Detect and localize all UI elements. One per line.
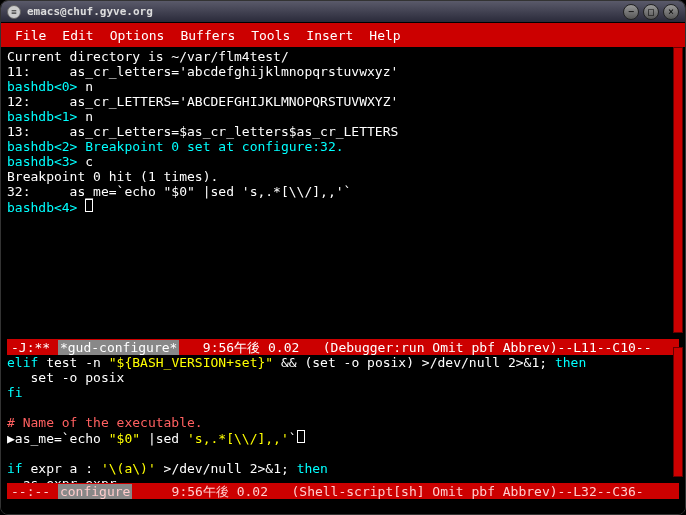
menu-buffers[interactable]: Buffers	[174, 26, 241, 45]
code-line: if expr a : '\(a\)' >/dev/null 2>&1; the…	[7, 461, 679, 476]
source-pane[interactable]: elif test -n "${BASH_VERSION+set}" && (s…	[7, 355, 679, 483]
code-line: 12: as_cr_LETTERS='ABCDEFGHIJKLMNOPQRSTU…	[7, 94, 679, 109]
code-line: as_expr=expr	[7, 476, 679, 483]
menu-insert[interactable]: Insert	[300, 26, 359, 45]
cursor	[85, 199, 93, 212]
prompt-line: bashdb<3> c	[7, 154, 679, 169]
titlebar[interactable]: ≡ emacs@chuf.gyve.org − □ ×	[1, 1, 685, 23]
scrollbar[interactable]	[673, 47, 683, 512]
code-line: ▶as_me=`echo "$0" |sed 's,.*[\\/],,'`	[7, 430, 679, 446]
menu-edit[interactable]: Edit	[56, 26, 99, 45]
prompt-line: bashdb<1> n	[7, 109, 679, 124]
code-line	[7, 446, 679, 461]
comment-line: # Name of the executable.	[7, 415, 679, 430]
code-line: set -o posix	[7, 370, 679, 385]
cursor	[297, 430, 305, 443]
close-button[interactable]: ×	[663, 4, 679, 20]
debugger-pane[interactable]: Current directory is ~/var/flm4test/ 11:…	[7, 49, 679, 339]
code-line: Breakpoint 0 hit (1 times).	[7, 169, 679, 184]
modeline-source[interactable]: --:-- configure 9:56午後 0.02 (Shell-scrip…	[7, 483, 679, 499]
minimize-button[interactable]: −	[623, 4, 639, 20]
code-line: fi	[7, 385, 679, 400]
prompt-line: bashdb<4>	[7, 199, 679, 215]
menu-file[interactable]: File	[9, 26, 52, 45]
current-line-icon: ▶	[7, 431, 15, 446]
menu-tools[interactable]: Tools	[245, 26, 296, 45]
code-line: 13: as_cr_Letters=$as_cr_letters$as_cr_L…	[7, 124, 679, 139]
prompt-line: bashdb<0> n	[7, 79, 679, 94]
modeline-debugger[interactable]: -J:** *gud-configure* 9:56午後 0.02 (Debug…	[7, 339, 679, 355]
editor-area: Current directory is ~/var/flm4test/ 11:…	[1, 47, 685, 514]
scrollbar-thumb[interactable]	[673, 347, 683, 477]
menubar: File Edit Options Buffers Tools Insert H…	[1, 23, 685, 47]
code-line: 11: as_cr_letters='abcdefghijklmnopqrstu…	[7, 64, 679, 79]
app-icon: ≡	[7, 5, 21, 19]
window-title: emacs@chuf.gyve.org	[27, 5, 153, 18]
code-line: elif test -n "${BASH_VERSION+set}" && (s…	[7, 355, 679, 370]
menu-options[interactable]: Options	[104, 26, 171, 45]
code-line: Current directory is ~/var/flm4test/	[7, 49, 679, 64]
code-line	[7, 400, 679, 415]
menu-help[interactable]: Help	[363, 26, 406, 45]
maximize-button[interactable]: □	[643, 4, 659, 20]
code-line: 32: as_me=`echo "$0" |sed 's,.*[\\/],,'`	[7, 184, 679, 199]
prompt-line: bashdb<2> Breakpoint 0 set at configure:…	[7, 139, 679, 154]
scrollbar-thumb[interactable]	[673, 47, 683, 333]
